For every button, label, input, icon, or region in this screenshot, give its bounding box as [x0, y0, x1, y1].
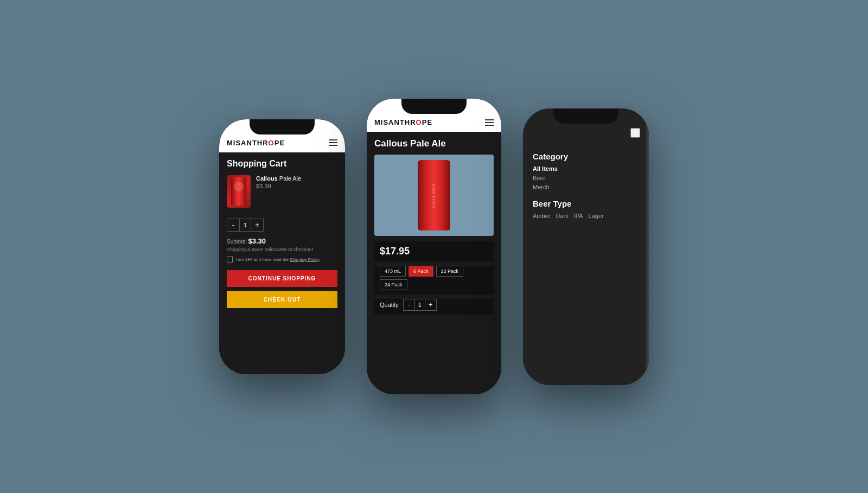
product-qty-value: 1 [414, 299, 425, 310]
notch-2 [401, 99, 467, 114]
category-title: Category [533, 152, 639, 161]
beer-type-ipa[interactable]: IPA [574, 213, 583, 219]
screen-3: × Category All Items Beer Merch Beer Typ… [523, 108, 649, 385]
product-title: Callous Pale Ale [374, 138, 494, 149]
screen-1: MISANTHROPE Shopping Cart [219, 119, 345, 374]
cart-item-info: Callous Pale Ale $3.30 [256, 175, 337, 189]
cart-item: Callous Pale Ale $3.30 [227, 175, 337, 208]
product-qty-row: Quatity - 1 + [374, 299, 494, 315]
product-price: $17.95 [374, 241, 494, 261]
qty-label: Quatity [380, 302, 399, 308]
notch-3 [553, 108, 618, 124]
beer-type-lager[interactable]: Lager [589, 213, 604, 219]
beer-type-title: Beer Type [533, 199, 639, 208]
item-name: Callous Pale Ale [256, 175, 337, 182]
product-qty-decrease[interactable]: - [404, 299, 414, 310]
continue-shopping-button[interactable]: CONTINUE SHOPPING [227, 270, 337, 287]
can-body [231, 177, 246, 206]
cart-shipping: Shipping & taxes calculated at checkout [227, 247, 337, 252]
size-options: 473 mL 6 Pack 12 Pack 24 Pack [374, 266, 494, 294]
qty-decrease-button[interactable]: - [227, 219, 239, 231]
product-qty-increase[interactable]: + [425, 299, 436, 310]
category-section: Category All Items Beer Merch [533, 152, 639, 190]
checkout-button[interactable]: CHECK OUT [227, 291, 337, 308]
menu-item-merch[interactable]: Merch [533, 184, 639, 190]
close-menu-button[interactable]: × [630, 128, 640, 138]
notch-1 [250, 119, 315, 135]
screen-2: MISANTHROPE Callous Pale Ale CALLOUS $17… [367, 99, 501, 394]
age-check-row: I am 19+ and have read the Shipping Poli… [227, 257, 337, 262]
size-6pack-button[interactable]: 6 Pack [409, 266, 433, 277]
cart-content: Shopping Cart Callous Pale Ale $3.30 [219, 152, 345, 370]
size-473ml-button[interactable]: 473 mL [380, 266, 406, 277]
phone-cart: MISANTHROPE Shopping Cart [219, 119, 345, 374]
item-price: $3.30 [256, 183, 337, 189]
logo-2: MISANTHROPE [374, 118, 432, 126]
product-content: Callous Pale Ale CALLOUS $17.95 473 mL 6… [367, 132, 501, 390]
qty-increase-button[interactable]: + [251, 219, 263, 231]
big-can: CALLOUS [418, 160, 450, 231]
phone-product: MISANTHROPE Callous Pale Ale CALLOUS $17… [367, 99, 501, 394]
beer-type-amber[interactable]: Amber [533, 213, 550, 219]
cart-title: Shopping Cart [227, 159, 337, 169]
shipping-policy-link[interactable]: Shipping Policy [290, 257, 320, 262]
cart-item-image [227, 175, 251, 208]
menu-item-all[interactable]: All Items [533, 165, 639, 172]
age-check-label: I am 19+ and have read the Shipping Poli… [235, 257, 320, 262]
quantity-control: - 1 + [227, 219, 264, 232]
hamburger-icon-2[interactable] [485, 119, 494, 126]
logo-1: MISANTHROPE [227, 139, 285, 147]
product-qty-control: - 1 + [403, 299, 437, 311]
menu-content: Category All Items Beer Merch Beer Type … [523, 143, 649, 236]
can-label: CALLOUS [431, 183, 436, 208]
scene: MISANTHROPE Shopping Cart [0, 0, 868, 493]
hamburger-icon-1[interactable] [329, 139, 337, 146]
size-12pack-button[interactable]: 12 Pack [436, 266, 464, 277]
product-image: CALLOUS [374, 155, 494, 236]
beer-type-dark[interactable]: Dark [556, 213, 568, 219]
qty-value: 1 [239, 219, 251, 231]
cart-subtotal: Subtotal $3.30 [227, 237, 337, 245]
can-skull [234, 182, 244, 191]
menu-item-beer[interactable]: Beer [533, 175, 639, 181]
beer-types: Amber Dark IPA Lager [533, 213, 639, 219]
phone-menu: × Category All Items Beer Merch Beer Typ… [523, 108, 649, 385]
size-24pack-button[interactable]: 24 Pack [380, 279, 407, 290]
beer-type-section: Beer Type Amber Dark IPA Lager [533, 199, 639, 219]
age-checkbox[interactable] [227, 257, 233, 262]
